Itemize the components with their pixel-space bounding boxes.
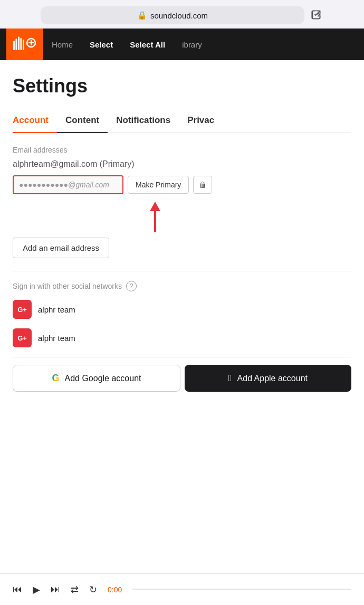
apple-icon:  (228, 373, 232, 384)
forward-icon: ⏭ (51, 584, 60, 595)
svg-rect-4 (18, 36, 20, 50)
player-progress-bar[interactable] (132, 589, 351, 590)
arrow-up-icon (150, 202, 160, 232)
trash-icon: 🗑 (199, 181, 206, 189)
add-email-button[interactable]: Add an email address (13, 238, 109, 258)
primary-email-badge: (Primary) (100, 159, 135, 168)
nav-home[interactable]: Home (43, 29, 81, 60)
add-google-account-button[interactable]: G Add Google account (13, 365, 180, 392)
section-divider (13, 271, 351, 271)
nav-library[interactable]: ibrary (174, 29, 210, 60)
add-account-buttons: G Add Google account  Add Apple account (13, 357, 351, 399)
play-button[interactable]: ▶ (33, 584, 40, 595)
nav-select[interactable]: Select (81, 29, 121, 60)
url-text: soundcloud.com (150, 11, 208, 20)
add-apple-account-button[interactable]:  Add Apple account (185, 365, 351, 392)
tab-privacy[interactable]: Privac (179, 110, 223, 133)
tab-account[interactable]: Account (13, 110, 57, 133)
repeat-button[interactable]: ↻ (89, 584, 97, 595)
account-name-2: alphr team (38, 334, 75, 343)
player-bar: ⏮ ▶ ⏭ ⇄ ↻ 0:00 (0, 573, 364, 605)
social-account-row-2: G+ alphr team (13, 328, 351, 347)
svg-rect-3 (16, 39, 17, 50)
google-plus-icon-2: G+ (13, 328, 32, 347)
add-google-label: Add Google account (65, 374, 141, 383)
svg-rect-6 (23, 40, 24, 50)
repeat-icon: ↻ (89, 584, 97, 595)
rewind-icon: ⏮ (13, 584, 22, 595)
nav-bar: Home Select Select All ibrary (0, 29, 364, 60)
svg-rect-5 (21, 38, 22, 50)
logo[interactable] (6, 29, 43, 60)
play-icon: ▶ (33, 584, 40, 595)
secondary-email-input[interactable] (13, 175, 123, 194)
delete-email-button[interactable]: 🗑 (193, 176, 212, 194)
tab-content[interactable]: Content (57, 110, 108, 133)
add-apple-label: Add Apple account (237, 374, 308, 383)
social-networks-label: Sign in with other social networks ? (13, 281, 351, 291)
settings-tabs: Account Content Notifications Privac (13, 110, 351, 133)
nav-links: Home Select Select All ibrary (43, 29, 358, 60)
secondary-email-row: Make Primary 🗑 (13, 175, 351, 194)
player-time: 0:00 (108, 585, 122, 594)
share-button[interactable] (309, 7, 323, 24)
lock-icon: 🔒 (137, 11, 147, 20)
google-plus-icon-1: G+ (13, 300, 32, 319)
tab-notifications[interactable]: Notifications (108, 110, 179, 133)
soundcloud-logo-icon (13, 35, 36, 53)
make-primary-button[interactable]: Make Primary (128, 176, 189, 194)
svg-rect-2 (13, 41, 15, 50)
main-content: Settings Account Content Notifications P… (0, 60, 364, 573)
browser-bar: 🔒 soundcloud.com (0, 0, 364, 29)
rewind-button[interactable]: ⏮ (13, 584, 22, 595)
shuffle-button[interactable]: ⇄ (71, 584, 79, 595)
email-section-label: Email addresses (13, 146, 351, 154)
page-title: Settings (13, 75, 351, 97)
shuffle-icon: ⇄ (71, 584, 79, 595)
social-account-row-1: G+ alphr team (13, 300, 351, 319)
help-icon[interactable]: ? (126, 281, 137, 291)
address-bar[interactable]: 🔒 soundcloud.com (41, 6, 304, 24)
arrow-annotation (13, 202, 351, 232)
social-label-text: Sign in with other social networks (13, 282, 122, 290)
primary-email-address: alphrteam@gmail.com (13, 159, 97, 168)
nav-select-all[interactable]: Select All (121, 29, 174, 60)
account-name-1: alphr team (38, 305, 75, 314)
primary-email: alphrteam@gmail.com (Primary) (13, 159, 351, 169)
google-g-icon: G (52, 373, 59, 384)
forward-button[interactable]: ⏭ (51, 584, 60, 595)
